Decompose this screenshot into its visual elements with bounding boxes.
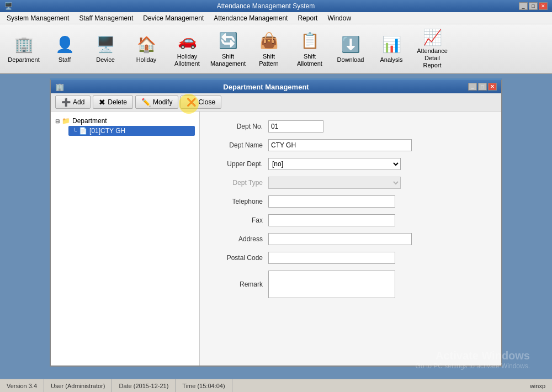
tree-expand-icon: ⊟	[55, 118, 60, 124]
fax-label: Fax	[213, 216, 268, 224]
delete-label: Delete	[108, 98, 127, 106]
menu-report[interactable]: Report	[293, 13, 322, 23]
shift-allotment-icon: 📋	[299, 30, 321, 52]
menu-system-management[interactable]: System Management	[2, 13, 73, 23]
dialog-title-controls: _ □ ✕	[468, 83, 497, 91]
address-input[interactable]	[268, 233, 412, 245]
toolbar-download[interactable]: ⬇️ Download	[331, 27, 370, 70]
upper-dept-label: Upper Dept.	[213, 160, 268, 168]
dept-no-label: Dept No.	[213, 123, 268, 130]
remark-textarea[interactable]	[268, 271, 395, 298]
menu-device-management[interactable]: Device Management	[139, 13, 208, 23]
menu-attendance-management[interactable]: Attendance Management	[209, 13, 292, 23]
dialog-minimize-button[interactable]: _	[468, 83, 477, 91]
telephone-input[interactable]	[268, 195, 395, 208]
postal-code-label: Postal Code	[213, 254, 268, 262]
dialog-toolbar: ➕ Add ✖ Delete ✏️ Modify ❌ Close	[51, 93, 501, 112]
add-label: Add	[73, 98, 84, 106]
holiday-label: Holiday	[136, 56, 157, 63]
close-label: Close	[198, 98, 215, 106]
address-label: Address	[213, 235, 268, 243]
upper-dept-select[interactable]: [no]	[268, 158, 401, 170]
holiday-allotment-label: Holiday Allotment	[171, 53, 204, 67]
delete-icon: ✖	[99, 98, 105, 107]
dept-type-label: Dept Type	[213, 179, 268, 187]
analysis-icon: 📊	[380, 33, 402, 55]
main-toolbar: 🏢 Department 👤 Staff 🖥️ Device 🏠 Holiday…	[0, 24, 552, 74]
holiday-allotment-icon: 🚗	[176, 30, 198, 52]
status-user: User (Administrator)	[44, 379, 112, 392]
toolbar-staff[interactable]: 👤 Staff	[45, 27, 84, 70]
department-icon: 🏢	[13, 33, 35, 55]
dept-name-row: Dept Name	[213, 139, 488, 151]
main-area: 🏢 Department Management _ □ ✕ ➕ Add ✖ De…	[0, 74, 552, 379]
minimize-button[interactable]: _	[519, 2, 528, 10]
tree-child-dept[interactable]: └ 📄 [01]CTY GH	[68, 126, 195, 136]
dialog-maximize-button[interactable]: □	[478, 83, 487, 91]
upper-dept-row: Upper Dept. [no]	[213, 158, 488, 170]
shift-allotment-label: Shift Allotment	[293, 53, 326, 67]
modify-label: Modify	[153, 98, 172, 106]
menu-staff-management[interactable]: Staff Management	[75, 13, 137, 23]
menu-bar: System Management Staff Management Devic…	[0, 12, 552, 24]
staff-icon: 👤	[54, 33, 76, 55]
telephone-row: Telephone	[213, 195, 488, 208]
tree-root-label: Department	[72, 117, 107, 125]
tree-panel: ⊟ 📁 Department └ 📄 [01]CTY GH	[51, 112, 200, 365]
title-bar-title: Attendance Management System	[13, 2, 519, 10]
dialog-body: ⊟ 📁 Department └ 📄 [01]CTY GH Dept No.	[51, 112, 501, 365]
status-os: winxp	[523, 379, 552, 392]
toolbar-shift-management[interactable]: 🔄 Shift Management	[209, 27, 247, 70]
title-bar: 🖥️ Attendance Management System _ □ ✕	[0, 0, 552, 12]
download-icon: ⬇️	[339, 33, 362, 55]
close-button[interactable]: ✕	[539, 2, 548, 10]
form-panel: Dept No. Dept Name Upper Dept. [no]	[200, 112, 501, 365]
holiday-icon: 🏠	[135, 33, 157, 55]
status-time: Time (15:04:04)	[176, 379, 232, 392]
device-label: Device	[96, 56, 115, 63]
fax-input[interactable]	[268, 214, 395, 226]
shift-management-icon: 🔄	[217, 30, 239, 52]
tree-root-department[interactable]: ⊟ 📁 Department	[55, 116, 195, 126]
remark-row: Remark	[213, 271, 488, 298]
dept-type-select	[268, 177, 401, 189]
department-label: Department	[8, 56, 39, 63]
toolbar-shift-allotment[interactable]: 📋 Shift Allotment	[290, 27, 329, 70]
dept-name-input[interactable]	[268, 139, 412, 151]
shift-pattern-label: Shift Pattern	[252, 53, 285, 67]
toolbar-shift-pattern[interactable]: 👜 Shift Pattern	[250, 27, 288, 70]
modify-button[interactable]: ✏️ Modify	[135, 96, 178, 109]
menu-window[interactable]: Window	[323, 13, 355, 23]
download-label: Download	[337, 56, 364, 63]
dialog-title-bar: 🏢 Department Management _ □ ✕	[51, 80, 501, 93]
toolbar-holiday-allotment[interactable]: 🚗 Holiday Allotment	[168, 27, 206, 70]
shift-management-label: Shift Management	[210, 53, 246, 67]
toolbar-holiday[interactable]: 🏠 Holiday	[127, 27, 166, 70]
toolbar-department[interactable]: 🏢 Department	[4, 27, 43, 70]
modify-icon: ✏️	[141, 98, 151, 107]
toolbar-device[interactable]: 🖥️ Device	[86, 27, 125, 70]
title-bar-icon: 🖥️	[4, 2, 13, 10]
dept-type-row: Dept Type	[213, 177, 488, 189]
dialog-close-button[interactable]: ✕	[488, 83, 497, 91]
status-version: Version 3.4	[0, 379, 44, 392]
dept-child-icon: 📄	[79, 127, 87, 135]
tree-child-label: [01]CTY GH	[89, 127, 125, 135]
close-dialog-button[interactable]: ❌ Close	[181, 96, 221, 109]
delete-button[interactable]: ✖ Delete	[93, 96, 133, 109]
close-icon: ❌	[187, 98, 196, 107]
staff-label: Staff	[59, 56, 71, 63]
dept-no-input[interactable]	[268, 120, 323, 133]
status-date: Date (2015-12-21)	[112, 379, 176, 392]
toolbar-attendance-detail[interactable]: 📈 Attendance Detail Report	[413, 27, 452, 70]
status-bar: Version 3.4 User (Administrator) Date (2…	[0, 379, 552, 392]
add-button[interactable]: ➕ Add	[55, 96, 91, 109]
toolbar-analysis[interactable]: 📊 Analysis	[372, 27, 411, 70]
postal-code-input[interactable]	[268, 252, 395, 264]
fax-row: Fax	[213, 214, 488, 226]
dept-no-row: Dept No.	[213, 120, 488, 133]
department-management-dialog: 🏢 Department Management _ □ ✕ ➕ Add ✖ De…	[50, 78, 502, 367]
maximize-button[interactable]: □	[529, 2, 538, 10]
tree-connector-icon: └	[73, 128, 77, 134]
department-folder-icon: 📁	[62, 117, 70, 125]
